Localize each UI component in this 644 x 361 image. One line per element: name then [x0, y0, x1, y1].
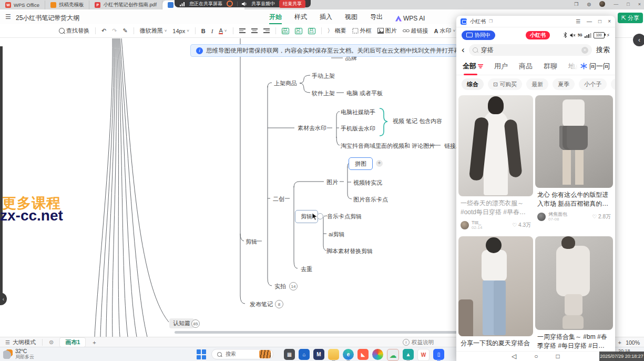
align-left-button[interactable] — [239, 27, 246, 34]
stop-sharing-button[interactable]: 结束共享 — [279, 0, 305, 8]
menu-wps-ai[interactable]: WPS AI — [395, 13, 425, 24]
mindmap-node[interactable]: 脚本素材替换剪辑 — [326, 247, 373, 255]
tab-groups[interactable]: 群聊 — [544, 62, 557, 71]
note-card[interactable]: 一些春天的漂亮衣服～ #ootd每日穿搭 #早春… Tttt_02-14 ♡4.… — [458, 95, 533, 230]
filter-korean-style[interactable]: 韩里韩气 — [611, 78, 615, 90]
outline-button[interactable]: 〉概要 — [328, 27, 346, 35]
wps-app-icon[interactable]: W — [417, 349, 430, 361]
tab-all[interactable]: 全部 — [463, 62, 483, 71]
menu-export[interactable]: 导出 — [370, 13, 383, 24]
insert-sibling-icon[interactable]: 吕 — [308, 28, 315, 34]
rights-info[interactable]: i权益说明 — [403, 339, 434, 346]
outline-mode-button[interactable]: ☰大纲模式 — [5, 338, 36, 346]
menu-icon[interactable]: ☰ — [576, 18, 580, 24]
store-app-icon[interactable]: ⌂ — [299, 349, 310, 360]
mindmap-node-selected[interactable]: 拼图 — [349, 157, 373, 170]
frame-button[interactable]: 外框 — [352, 27, 372, 35]
note-card[interactable]: 龙心 你有这么牛的版型进入市场 新品百褶裙真的… 烤焦面包07-08 ♡2.8万 — [535, 95, 613, 222]
mindmap-node[interactable]: 手机版去水印 — [341, 125, 375, 133]
filter-summer[interactable]: 夏季 — [553, 78, 575, 90]
note-user[interactable]: 烤焦面包 — [548, 212, 567, 217]
tab-users[interactable]: 用户 — [494, 62, 508, 71]
mindmap-node[interactable]: 电脑社媒助手 — [341, 108, 375, 116]
nav-recents-icon[interactable]: □ — [556, 353, 560, 360]
search-input[interactable]: 穿搭 × — [469, 44, 592, 56]
filter-petite[interactable]: 小个子 — [579, 78, 607, 90]
note-card[interactable]: 一周穿搭合集～ #bm #春季穿搭 #每日穿搭 #日… — [535, 236, 613, 350]
minimize-icon[interactable]: — — [587, 18, 592, 24]
tab-wps-office[interactable]: W WPS Office — [0, 1, 45, 9]
tab-template[interactable]: 找稿壳模板 — [45, 1, 90, 9]
phone-window-titlebar[interactable]: 小红书 ❐ ☰ — □ × — [456, 16, 615, 27]
canvas-manager-icon[interactable]: ⊜ — [49, 339, 54, 346]
align-center-button[interactable] — [251, 27, 258, 34]
mindmap-node[interactable]: 淘宝抖音商域里面的视频和 评论图片 — [341, 142, 435, 150]
tab-goods[interactable]: 商品 — [519, 62, 533, 71]
avatar[interactable] — [461, 221, 469, 229]
hyperlink-button[interactable]: 超链接 — [403, 27, 428, 35]
phone-mirror-app-icon[interactable]: ▯ — [433, 349, 444, 360]
restore-icon[interactable]: □ — [598, 18, 601, 24]
add-canvas-button[interactable]: + — [93, 339, 96, 346]
filter-newest[interactable]: 最新 — [526, 78, 548, 90]
filter-comprehensive[interactable]: 综合 — [462, 78, 484, 90]
note-user[interactable]: Tttt_ — [472, 220, 482, 225]
font-size-select[interactable]: 14px˅ — [172, 28, 189, 34]
align-right-button[interactable] — [263, 27, 270, 34]
edge-browser-icon[interactable]: e — [343, 349, 354, 360]
start-button[interactable] — [197, 349, 207, 359]
font-color-button[interactable]: A˅ — [219, 28, 227, 34]
watermark-button[interactable]: A水印˅ — [434, 27, 456, 35]
mindmap-node[interactable]: 软件上架 — [312, 89, 335, 97]
mindmap-node[interactable]: 视频 笔记 包含内容 — [393, 117, 442, 125]
media-app-icon[interactable]: M — [313, 349, 324, 360]
like-count[interactable]: ♡2.8万 — [592, 213, 611, 220]
insert-subtopic-icon[interactable]: 呂 — [295, 28, 302, 34]
mindmap-node[interactable]: 认知篇 — [169, 318, 194, 328]
photos-app-icon[interactable]: ▦ — [284, 349, 295, 360]
menu-style[interactable]: 样式 — [294, 13, 307, 24]
tab-pdf-guide[interactable]: P 小红书笔记创作指南.pdf — [89, 1, 162, 9]
avatar[interactable] — [537, 213, 546, 221]
taskbar-search[interactable]: 搜索 — [211, 349, 273, 359]
canvas-tab[interactable]: 画布1 — [60, 338, 85, 347]
close-icon[interactable]: × — [608, 18, 611, 24]
mindmap-node[interactable]: 素材去水印 — [298, 124, 326, 132]
back-icon[interactable]: ‹ — [462, 45, 465, 55]
filter-buyable[interactable]: ⊡可购买 — [488, 78, 522, 90]
add-child-button[interactable]: + — [376, 160, 383, 167]
share-button[interactable]: ⇱分享 — [618, 13, 643, 23]
italic-button[interactable]: I — [211, 28, 213, 34]
menu-insert[interactable]: 插入 — [320, 13, 332, 24]
find-replace-button[interactable]: 查找替换 — [59, 27, 89, 35]
mindmap-node[interactable]: 音乐卡点剪辑 — [327, 213, 362, 220]
horizontal-scrollbar[interactable] — [175, 331, 473, 334]
mindmap-node[interactable]: 图片 — [326, 178, 338, 186]
like-count[interactable]: ♡4.3万 — [512, 222, 531, 229]
restore-window-icon[interactable]: □ — [627, 2, 629, 7]
insert-topic-icon[interactable]: 品 — [282, 28, 289, 34]
mindmap-node[interactable]: 发布笔记 — [250, 300, 273, 308]
mindmap-node[interactable]: 二创 — [273, 195, 284, 203]
weather-widget[interactable]: 32°C局部多云 — [3, 348, 34, 359]
tab-overview-icon[interactable]: ❐ — [574, 2, 578, 7]
extensions-icon[interactable]: ◍ — [587, 2, 591, 7]
minimize-window-icon[interactable]: — — [614, 2, 618, 7]
mindmap-node[interactable]: 手动上架 — [312, 72, 335, 80]
font-family-select[interactable]: 微软雅黑˅ — [140, 27, 167, 35]
mindmap-node[interactable]: 电脑 或者平板 — [346, 89, 383, 97]
clear-search-icon[interactable]: × — [581, 47, 588, 54]
note-card[interactable]: 分享一下我的夏天穿搭合 — [458, 236, 533, 348]
mindmap-node[interactable]: 实拍 — [274, 283, 286, 290]
redo-button[interactable]: ↷ — [112, 27, 117, 34]
bold-button[interactable]: B — [201, 28, 206, 34]
mindmap-node[interactable]: 视频转实况 — [353, 179, 382, 187]
main-menu-icon[interactable]: ☰ — [5, 13, 11, 21]
undo-button[interactable]: ↶ — [101, 27, 106, 34]
close-window-icon[interactable]: × — [638, 2, 641, 7]
tab-ask[interactable]: 问一问 — [565, 57, 615, 75]
pixpin-app-icon[interactable]: ◣ — [357, 349, 369, 360]
format-painter-button[interactable]: ✎ — [122, 27, 127, 34]
mindmap-node[interactable]: 剪辑 — [246, 238, 257, 246]
insert-image-button[interactable]: 图片 — [377, 27, 397, 35]
